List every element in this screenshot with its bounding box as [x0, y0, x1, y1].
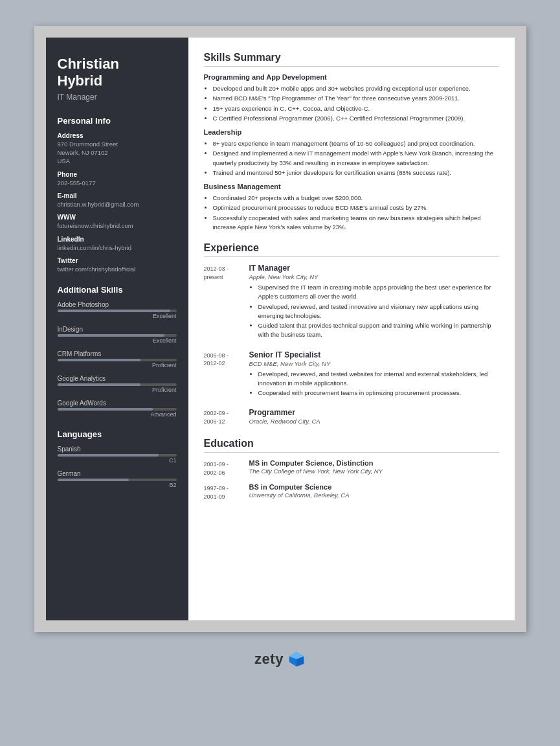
- edu-date: 1997-09 -2001-09: [204, 483, 249, 501]
- skills-summary-section: Skills Summary Programming and App Devel…: [204, 52, 499, 232]
- email-value: christian.w.hybrid@gmail.com: [58, 200, 177, 209]
- edu-date: 2001-09 -2002-06: [204, 459, 249, 477]
- language-bar-background: [58, 479, 177, 481]
- skill-bar-fill: [58, 383, 141, 386]
- bullet-item: Coordinated 20+ projects with a budget o…: [213, 194, 499, 203]
- www-label: WWW: [58, 214, 177, 221]
- bullet-item: Developed, reviewed, and tested innovati…: [258, 302, 499, 321]
- experience-section: Experience 2012-03 -present IT Manager A…: [204, 242, 499, 427]
- languages-section: Languages Spanish C1 German B2: [58, 429, 177, 488]
- exp-content: Senior IT Specialist BCD M&E, New York C…: [249, 350, 499, 401]
- language-bar-fill: [58, 454, 159, 457]
- exp-company: Apple, New York City, NY: [249, 273, 499, 280]
- edu-school: University of California, Berkeley, CA: [249, 492, 499, 499]
- skill-level: Excellent: [58, 313, 177, 319]
- exp-content: IT Manager Apple, New York City, NY Supe…: [249, 264, 499, 343]
- languages-title: Languages: [58, 429, 177, 439]
- skill-name: InDesign: [58, 326, 177, 333]
- languages-list: Spanish C1 German B2: [58, 446, 177, 488]
- linkedin-label: LinkedIn: [58, 236, 177, 243]
- twitter-label: Twitter: [58, 257, 177, 264]
- experience-title: Experience: [204, 242, 499, 257]
- skill-item: CRM Platforms Proficient: [58, 350, 177, 368]
- exp-bullets: Supervised the IT team in creating mobil…: [249, 283, 499, 340]
- exp-bullets: Developed, reviewed, and tested websites…: [249, 370, 499, 398]
- bullet-item: C Certified Professional Programmer (200…: [213, 114, 499, 123]
- skill-bar-fill: [58, 408, 153, 411]
- exp-job-title: Senior IT Specialist: [249, 350, 499, 359]
- skill-item: Google Analytics Proficient: [58, 375, 177, 393]
- leadership-bullets: 8+ years experience in team management (…: [204, 139, 499, 177]
- address-label: Address: [58, 132, 177, 139]
- skill-item: Adobe Photoshop Excellent: [58, 301, 177, 319]
- edu-content: BS in Computer Science University of Cal…: [249, 483, 499, 501]
- skill-bar-background: [58, 408, 177, 411]
- exp-company: BCD M&E, New York City, NY: [249, 360, 499, 367]
- linkedin-value: linkedin.com/in/chris-hybrid: [58, 243, 177, 252]
- candidate-title: IT Manager: [58, 93, 177, 102]
- language-bar-fill: [58, 479, 129, 481]
- experience-item: 2002-09 -2006-12 Programmer Oracle, Redw…: [204, 408, 499, 427]
- business-title: Business Management: [204, 183, 499, 190]
- education-title: Education: [204, 438, 499, 453]
- skill-bar-fill: [58, 359, 141, 361]
- skill-bar-background: [58, 359, 177, 361]
- exp-job-title: IT Manager: [249, 264, 499, 273]
- phone-value: 202-555-0177: [58, 179, 177, 187]
- language-name: Spanish: [58, 446, 177, 453]
- bullet-item: Trained and mentored 50+ junior develope…: [213, 168, 499, 177]
- experience-item: 2012-03 -present IT Manager Apple, New Y…: [204, 264, 499, 343]
- www-value: futureisnow.chrishybrid.com: [58, 221, 177, 230]
- bullet-item: Cooperated with procurement teams in opt…: [258, 389, 499, 398]
- business-bullets: Coordinated 20+ projects with a budget o…: [204, 194, 499, 232]
- skill-name: Google AdWords: [58, 400, 177, 407]
- language-level: B2: [58, 482, 177, 488]
- personal-info-section: Personal Info Address 970 Drummond Stree…: [58, 116, 177, 273]
- programming-title: Programming and App Development: [204, 73, 499, 81]
- programming-bullets: Developed and built 20+ mobile apps and …: [204, 84, 499, 123]
- zety-brand: zety: [254, 651, 284, 668]
- bullet-item: Supervised the IT team in creating mobil…: [258, 283, 499, 302]
- bullet-item: 8+ years experience in team management (…: [213, 139, 499, 148]
- personal-info-title: Personal Info: [58, 116, 177, 126]
- exp-date: 2002-09 -2006-12: [204, 408, 249, 427]
- candidate-name: Christian Hybrid: [58, 56, 177, 90]
- additional-skills-title: Additional Skills: [58, 285, 177, 295]
- experience-item: 2006-08 -2012-02 Senior IT Specialist BC…: [204, 350, 499, 401]
- skills-summary-title: Skills Summary: [204, 52, 499, 67]
- skill-bar-background: [58, 310, 177, 312]
- additional-skills-section: Additional Skills Adobe Photoshop Excell…: [58, 285, 177, 418]
- zety-footer: zety: [254, 650, 306, 668]
- page-wrapper: Christian Hybrid IT Manager Personal Inf…: [34, 26, 526, 632]
- bullet-item: Successfully cooperated with sales and m…: [213, 214, 499, 232]
- exp-date: 2012-03 -present: [204, 264, 249, 343]
- edu-degree: BS in Computer Science: [249, 483, 499, 491]
- bullet-item: Guided talent that provides technical su…: [258, 321, 499, 340]
- experience-list: 2012-03 -present IT Manager Apple, New Y…: [204, 264, 499, 427]
- bullet-item: Named BCD M&E's "Top Programmer of The Y…: [213, 94, 499, 103]
- language-item: Spanish C1: [58, 446, 177, 464]
- skill-level: Proficient: [58, 387, 177, 393]
- bullet-item: Optimized procurement processes to reduc…: [213, 203, 499, 212]
- skills-list: Adobe Photoshop Excellent InDesign Excel…: [58, 301, 177, 418]
- language-item: German B2: [58, 470, 177, 488]
- twitter-value: twitter.com/chrishybridofficial: [58, 265, 177, 273]
- skill-name: Adobe Photoshop: [58, 301, 177, 308]
- education-item: 1997-09 -2001-09 BS in Computer Science …: [204, 483, 499, 501]
- bullet-item: Developed, reviewed, and tested websites…: [258, 370, 499, 389]
- zety-logo-icon: [287, 650, 306, 668]
- skill-level: Advanced: [58, 411, 177, 418]
- address-value: 970 Drummond StreetNewark, NJ 07102USA: [58, 140, 177, 166]
- edu-degree: MS in Computer Science, Distinction: [249, 459, 499, 467]
- sidebar: Christian Hybrid IT Manager Personal Inf…: [46, 38, 188, 620]
- leadership-title: Leadership: [204, 128, 499, 136]
- phone-label: Phone: [58, 171, 177, 178]
- bullet-item: 15+ years experience in C, C++, Cocoa, a…: [213, 104, 499, 113]
- skill-level: Proficient: [58, 362, 177, 368]
- skill-item: Google AdWords Advanced: [58, 400, 177, 418]
- bullet-item: Designed and implemented a new IT manage…: [213, 149, 499, 168]
- exp-job-title: Programmer: [249, 408, 499, 417]
- skill-bar-background: [58, 383, 177, 386]
- skill-bar-fill: [58, 334, 165, 337]
- language-level: C1: [58, 457, 177, 464]
